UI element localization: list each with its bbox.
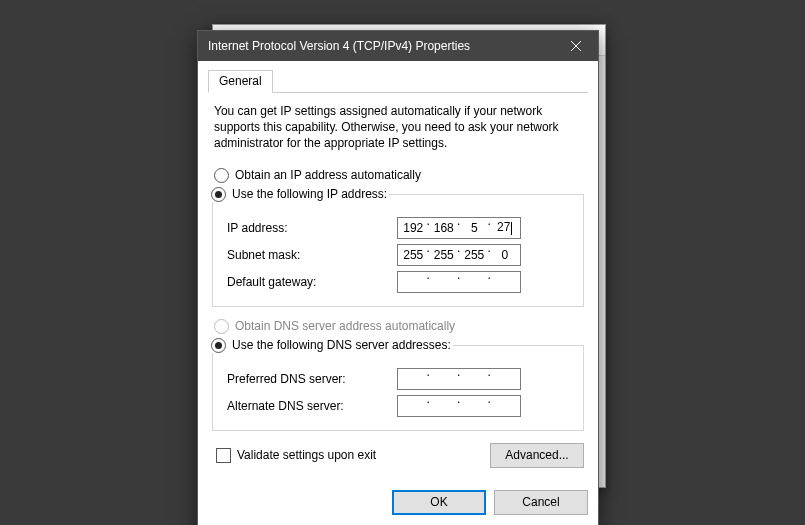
checkbox-icon	[216, 448, 231, 463]
radio-icon	[211, 338, 226, 353]
close-button[interactable]	[553, 31, 598, 61]
label-alternate-dns: Alternate DNS server:	[223, 399, 397, 413]
checkbox-label: Validate settings upon exit	[237, 448, 376, 462]
radio-obtain-ip-auto[interactable]: Obtain an IP address automatically	[208, 166, 588, 185]
cancel-button[interactable]: Cancel	[494, 490, 588, 515]
label-ip-address: IP address:	[223, 221, 397, 235]
dialog-footer: OK Cancel	[198, 478, 598, 525]
radio-obtain-dns-auto: Obtain DNS server address automatically	[208, 317, 588, 336]
bottom-row: Validate settings upon exit Advanced...	[208, 441, 588, 468]
row-subnet-mask: Subnet mask: 255 255 255 0	[223, 244, 573, 266]
row-ip-address: IP address: 192 168 5 27	[223, 217, 573, 239]
radio-label: Obtain an IP address automatically	[235, 168, 421, 182]
tab-general[interactable]: General	[208, 70, 273, 93]
dialog-body: General You can get IP settings assigned…	[198, 61, 598, 478]
label-default-gateway: Default gateway:	[223, 275, 397, 289]
radio-icon	[211, 187, 226, 202]
radio-label: Obtain DNS server address automatically	[235, 319, 455, 333]
label-preferred-dns: Preferred DNS server:	[223, 372, 397, 386]
titlebar[interactable]: Internet Protocol Version 4 (TCP/IPv4) P…	[198, 31, 598, 61]
radio-label: Use the following DNS server addresses:	[232, 338, 451, 352]
row-preferred-dns: Preferred DNS server:	[223, 368, 573, 390]
radio-use-following-dns[interactable]: Use the following DNS server addresses:	[209, 338, 453, 353]
input-subnet-mask[interactable]: 255 255 255 0	[397, 244, 521, 266]
close-icon	[571, 41, 581, 51]
radio-icon	[214, 168, 229, 183]
row-alternate-dns: Alternate DNS server:	[223, 395, 573, 417]
ip-group: Use the following IP address: IP address…	[212, 187, 584, 307]
ok-button[interactable]: OK	[392, 490, 486, 515]
window-title: Internet Protocol Version 4 (TCP/IPv4) P…	[208, 39, 553, 53]
label-subnet-mask: Subnet mask:	[223, 248, 397, 262]
advanced-button[interactable]: Advanced...	[490, 443, 584, 468]
input-preferred-dns[interactable]	[397, 368, 521, 390]
intro-text: You can get IP settings assigned automat…	[208, 103, 588, 166]
input-ip-address[interactable]: 192 168 5 27	[397, 217, 521, 239]
ipv4-properties-dialog: Internet Protocol Version 4 (TCP/IPv4) P…	[197, 30, 599, 525]
tabstrip: General	[208, 69, 588, 93]
dns-group: Use the following DNS server addresses: …	[212, 338, 584, 431]
checkbox-validate-on-exit[interactable]: Validate settings upon exit	[210, 446, 382, 465]
radio-label: Use the following IP address:	[232, 187, 387, 201]
input-alternate-dns[interactable]	[397, 395, 521, 417]
row-default-gateway: Default gateway:	[223, 271, 573, 293]
radio-icon	[214, 319, 229, 334]
radio-use-following-ip[interactable]: Use the following IP address:	[209, 187, 389, 202]
input-default-gateway[interactable]	[397, 271, 521, 293]
